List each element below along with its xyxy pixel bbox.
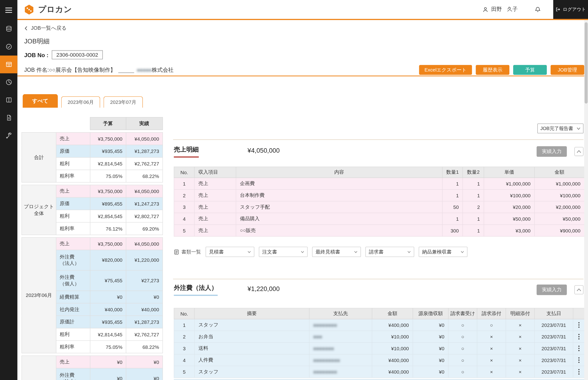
summary-section-next: 売上¥0¥0 外注費 （法人）¥0¥0	[21, 356, 163, 380]
metric-budget: ¥0	[90, 291, 126, 303]
document-icon	[5, 114, 12, 121]
order-select[interactable]: 注文書	[259, 247, 308, 257]
chevron-left-icon	[24, 26, 27, 31]
sales-row: 2売上台本制作費11¥100,000¥100,000	[174, 190, 585, 201]
job-no-row: JOB No : 2306-00003-0002	[24, 50, 103, 59]
outsourcing-row: 1スタッフ■■■■■■■■¥400,000¥0○○×2023/07/31	[174, 319, 585, 331]
metric-budget: 75.05%	[90, 170, 126, 182]
invoice-select[interactable]: 請求書	[365, 247, 414, 257]
tab-all[interactable]: すべて	[23, 94, 58, 108]
sales-section-title: 売上明細	[174, 145, 199, 157]
summary-section-total: 合計 売上¥3,750,000¥4,050,000 原価¥935,455¥1,2…	[21, 132, 163, 182]
history-button[interactable]: 履歴表示	[476, 65, 509, 75]
metric-name: 経費精算	[56, 291, 90, 303]
metric-actual: ¥2,762,727	[126, 328, 163, 341]
payee-blurred: ■■■■■■■■	[313, 369, 337, 375]
sidebar	[0, 0, 18, 380]
action-buttons: Excelエクスポート 履歴表示 予算 JOB管理	[419, 65, 584, 75]
vertical-scrollbar[interactable]	[584, 20, 588, 380]
sales-collapse-button[interactable]	[574, 147, 583, 156]
outsourcing-actual-input-button[interactable]: 実績入力	[536, 285, 567, 295]
detail-panel: JOB完了報告書 売上明細 ¥4,050,000 実績入力 No	[173, 122, 585, 380]
sidebar-item-report[interactable]	[0, 91, 18, 109]
row-menu-button[interactable]	[573, 342, 585, 354]
app: プロカン 田野 久子 ログアウト JOB一覧へ戻る JOB明細 JOB No :…	[0, 0, 588, 380]
hamburger-menu-icon[interactable]	[0, 0, 18, 20]
scrollbar-thumb[interactable]	[585, 22, 588, 103]
metric-name: 粗利率	[56, 222, 90, 235]
metric-actual: ¥0	[126, 356, 163, 368]
logout-icon	[555, 7, 560, 12]
job-no-field[interactable]: 2306-00003-0002	[52, 50, 103, 59]
chevron-up-icon	[577, 288, 581, 291]
metric-actual: ¥40,000	[126, 303, 163, 316]
estimate-select[interactable]: 見積書	[206, 247, 254, 257]
metric-budget: ¥2,814,545	[90, 157, 126, 170]
section-divider	[173, 279, 584, 279]
metric-budget: ¥0	[90, 356, 126, 368]
user-name: 田野 久子	[491, 6, 518, 13]
sales-total-amount: ¥4,050,000	[248, 147, 280, 155]
sales-table-header-row: No.収入項目内容数量1数量2単価金額	[174, 167, 585, 178]
summary-panel: 予算 実績 合計 売上¥3,750,000¥4,050,000 原価¥935,4…	[21, 117, 163, 380]
outsourcing-row: 4人件費■■■■■■■■■¥400,000¥0○××2023/07/31	[174, 354, 585, 366]
metric-actual: 68.22%	[126, 341, 163, 353]
sidebar-item-tasks[interactable]	[0, 38, 18, 56]
summary-header: 予算 実績	[21, 117, 163, 130]
budget-button[interactable]: 予算	[513, 65, 547, 75]
sidebar-item-settings[interactable]	[0, 127, 18, 144]
final-estimate-select[interactable]: 最終見積書	[312, 247, 361, 257]
metric-name: 売上	[56, 237, 90, 250]
user-menu[interactable]: 田野 久子	[482, 6, 518, 13]
metric-budget: ¥2,814,545	[90, 328, 126, 341]
sales-row: 5売上○○販売3001¥3,000¥900,000	[174, 225, 585, 236]
metric-actual: ¥0	[126, 368, 163, 380]
check-circle-icon	[5, 43, 12, 50]
section-divider	[173, 139, 584, 140]
job-table-icon	[5, 61, 12, 68]
summary-section-project: プロジェクト全体 売上¥3,750,000¥4,050,000 原価¥895,4…	[21, 185, 163, 235]
report-columns-icon	[5, 96, 12, 103]
row-menu-button[interactable]	[573, 331, 585, 343]
tab-2023-06[interactable]: 2023年06月	[61, 96, 100, 108]
notifications-button[interactable]	[534, 6, 541, 13]
outsourcing-row: 3送料■■■■■■■¥10,000¥0○××2023/07/31	[174, 342, 585, 354]
row-menu-button[interactable]	[573, 319, 585, 331]
job-name-row: JOB 件名:○○展示会【告知映像制作】 ■■■■■ 株式会社 Excelエクス…	[24, 65, 584, 75]
row-menu-button[interactable]	[573, 354, 585, 366]
outsourcing-section-title: 外注費（法人）	[174, 284, 217, 296]
client-name-suffix: 株式会社	[152, 66, 174, 73]
chevron-down-icon	[248, 251, 251, 253]
payee-blurred: ■■■■■■■■	[313, 322, 337, 328]
sidebar-item-document[interactable]	[0, 109, 18, 127]
job-name-label: JOB 件名:	[24, 66, 49, 73]
outsourcing-collapse-button[interactable]	[574, 285, 583, 294]
summary-section-label: 合計	[22, 133, 56, 182]
metric-actual: ¥27,273	[126, 270, 163, 290]
excel-export-button[interactable]: Excelエクスポート	[419, 65, 472, 75]
chevron-down-icon	[407, 251, 411, 253]
delivery-acceptance-select[interactable]: 納品兼検収書	[419, 247, 468, 257]
back-link-label: JOB一覧へ戻る	[31, 25, 67, 32]
app-logo[interactable]: プロカン	[23, 4, 72, 15]
metric-name: 原価	[56, 197, 90, 210]
topbar: プロカン 田野 久子 ログアウト	[18, 0, 588, 20]
sidebar-item-job-list[interactable]	[0, 56, 18, 73]
kebab-column-header	[573, 308, 585, 319]
metric-name: 売上	[56, 133, 90, 145]
metric-budget: ¥3,750,000	[90, 237, 126, 250]
metric-actual: ¥2,802,727	[126, 210, 163, 222]
logout-button[interactable]: ログアウト	[553, 0, 588, 19]
documents-list-button[interactable]: 書類一覧	[174, 248, 201, 255]
metric-actual: ¥2,762,727	[126, 157, 163, 170]
job-manage-button[interactable]: JOB管理	[551, 65, 584, 75]
row-menu-button[interactable]	[573, 366, 585, 378]
tab-2023-07[interactable]: 2023年07月	[104, 96, 143, 108]
sidebar-item-database[interactable]	[0, 20, 18, 38]
sales-actual-input-button[interactable]: 実績入力	[536, 146, 567, 157]
back-to-job-list-link[interactable]: JOB一覧へ戻る	[24, 25, 67, 32]
sidebar-item-analytics[interactable]	[0, 73, 18, 91]
summary-section-june: 2023年06月 売上¥3,750,000¥4,050,000 外注費 （法人）…	[21, 237, 163, 353]
report-type-select[interactable]: JOB完了報告書	[537, 123, 583, 133]
metric-actual: ¥0	[126, 291, 163, 303]
